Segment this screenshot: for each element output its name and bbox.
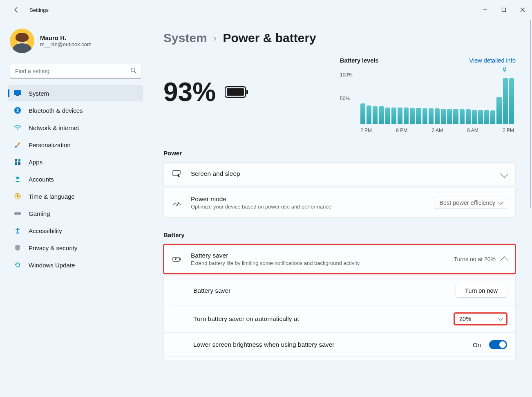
chart-bar: [404, 108, 409, 124]
nav-label: Accessibility: [29, 227, 62, 234]
search-icon: [130, 67, 136, 75]
main-content: System › Power & battery 93% Battery lev…: [147, 20, 532, 397]
nav-item-bluetooth[interactable]: Bluetooth & devices: [8, 102, 143, 119]
profile-name: Mauro H.: [40, 34, 92, 41]
svg-rect-1: [502, 8, 506, 12]
avatar: [10, 29, 34, 53]
power-mode-card[interactable]: Power mode Optimize your device based on…: [163, 188, 516, 218]
nav-label: Accounts: [29, 176, 54, 183]
chart-bar: [360, 103, 365, 124]
maximize-button[interactable]: [494, 3, 513, 16]
wifi-icon: [14, 124, 21, 131]
next-row-peek: [163, 357, 516, 361]
nav-item-privacy[interactable]: Privacy & security: [8, 240, 143, 256]
power-mode-dropdown[interactable]: Best power efficiency: [434, 197, 507, 209]
minimize-button[interactable]: [476, 3, 494, 16]
clock-icon: [14, 193, 21, 200]
section-power-label: Power: [163, 150, 516, 157]
dropdown-value: 20%: [459, 316, 471, 322]
system-icon: [14, 90, 21, 97]
y-tick-50: 50%: [340, 96, 350, 101]
svg-point-17: [19, 213, 20, 214]
svg-rect-4: [14, 91, 21, 95]
nav-item-accessibility[interactable]: Accessibility: [8, 222, 143, 239]
battery-percent-block: 93%: [163, 77, 248, 107]
svg-rect-11: [15, 162, 17, 165]
chart-bar: [379, 106, 384, 124]
chevron-down-icon: [500, 170, 508, 178]
svg-point-25: [177, 204, 178, 206]
chart-bar: [484, 110, 489, 124]
battery-saver-card[interactable]: Battery saver Extend battery life by lim…: [163, 244, 516, 274]
nav-item-time[interactable]: Time & language: [8, 188, 143, 204]
battery-overview: 93% Battery levels View detailed info 10…: [163, 57, 516, 133]
nav-item-system[interactable]: System: [8, 85, 143, 101]
maximize-icon: [501, 7, 506, 12]
dropdown-value: Best power efficiency: [439, 200, 495, 206]
breadcrumb: System › Power & battery: [163, 31, 516, 45]
battery-chart-panel: Battery levels View detailed info 100% 5…: [340, 57, 516, 133]
lower-brightness-row: Lower screen brightness when using batte…: [163, 333, 516, 357]
window-controls: [476, 3, 532, 16]
chart-bar: [478, 110, 483, 124]
nav-label: Windows Update: [29, 262, 75, 269]
turn-on-now-button[interactable]: Turn on now: [456, 284, 507, 298]
battery-icon: [225, 85, 248, 99]
chart-bar: [385, 108, 390, 124]
chart-bar: [447, 109, 452, 124]
nav-label: Privacy & security: [29, 244, 77, 251]
auto-threshold-dropdown[interactable]: 20%: [454, 313, 507, 325]
x-tick: 2 PM: [360, 128, 372, 133]
apps-icon: [14, 158, 21, 166]
close-button[interactable]: [513, 3, 532, 16]
nav-label: Network & internet: [29, 124, 79, 131]
chart-bar: [435, 108, 440, 124]
section-battery-label: Battery: [163, 231, 516, 238]
nav-label: Gaming: [29, 210, 50, 217]
chart-bar: [422, 108, 427, 124]
nav-item-network[interactable]: Network & internet: [8, 119, 143, 136]
chevron-right-icon: ›: [214, 34, 217, 43]
x-tick: 2 AM: [432, 128, 443, 133]
battery-chart[interactable]: 100% 50% 2 PM 8 PM 2 AM 8 AM 2 PM: [340, 68, 516, 133]
bluetooth-icon: [14, 107, 21, 114]
lower-brightness-toggle[interactable]: [489, 340, 507, 349]
svg-rect-15: [14, 212, 21, 215]
chart-bar: [410, 108, 415, 124]
svg-point-7: [17, 129, 18, 130]
svg-rect-21: [227, 88, 244, 96]
charging-icon: [503, 67, 507, 73]
card-title: Battery saver: [191, 252, 445, 259]
nav: System Bluetooth & devices Network & int…: [8, 85, 143, 273]
svg-point-16: [16, 213, 16, 214]
chart-bar: [490, 110, 495, 124]
svg-rect-5: [16, 95, 19, 96]
chart-bar: [373, 106, 378, 124]
nav-item-update[interactable]: Windows Update: [8, 257, 143, 273]
nav-item-gaming[interactable]: Gaming: [8, 205, 143, 222]
screen-sleep-card[interactable]: Screen and sleep: [163, 162, 516, 185]
nav-item-apps[interactable]: Apps: [8, 154, 143, 170]
breadcrumb-parent[interactable]: System: [163, 31, 207, 45]
chevron-up-icon: [500, 256, 508, 265]
search-input[interactable]: [10, 64, 141, 79]
back-button[interactable]: [8, 2, 25, 18]
scrollbar[interactable]: [530, 20, 531, 208]
card-title: Power mode: [191, 195, 425, 203]
nav-label: System: [29, 90, 49, 97]
saver-summary: Turns on at 20%: [454, 256, 496, 262]
nav-item-personalization[interactable]: Personalization: [8, 137, 143, 153]
svg-line-3: [134, 72, 136, 73]
nav-label: Personalization: [29, 141, 71, 148]
svg-rect-27: [180, 258, 181, 260]
shield-icon: [14, 244, 21, 251]
profile-block[interactable]: Mauro H. m__lab@outlook.com: [8, 26, 143, 61]
nav-item-accounts[interactable]: Accounts: [8, 171, 143, 187]
power-mode-icon: [172, 200, 182, 206]
row-label: Battery saver: [193, 287, 447, 294]
accessibility-icon: [14, 227, 21, 234]
view-detailed-link[interactable]: View detailed info: [469, 57, 516, 64]
app-title: Settings: [29, 7, 49, 13]
battery-saver-icon: [172, 256, 182, 262]
svg-point-2: [131, 68, 135, 72]
